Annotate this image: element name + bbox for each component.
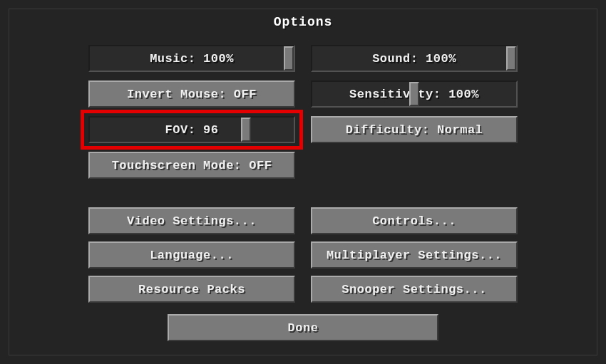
fov-slider[interactable]: FOV: 96 [88, 116, 295, 143]
sound-slider[interactable]: Sound: 100% [311, 45, 518, 72]
music-slider-label: Music: 100% [150, 52, 234, 66]
fov-slider-label: FOV: 96 [165, 123, 219, 137]
touchscreen-label: Touchscreen Mode: OFF [112, 159, 272, 172]
sensitivity-slider-handle[interactable] [409, 82, 419, 106]
invert-mouse-label: Invert Mouse: OFF [127, 88, 257, 101]
language-button[interactable]: Language... [88, 241, 295, 269]
sensitivity-slider[interactable]: Sensitivity: 100% [311, 80, 518, 108]
music-slider-handle[interactable] [284, 46, 294, 71]
video-settings-label: Video Settings... [127, 214, 257, 228]
done-label: Done [288, 321, 319, 335]
page-title: Options [9, 15, 597, 29]
resource-packs-label: Resource Packs [138, 283, 245, 296]
difficulty-label: Difficulty: Normal [346, 123, 483, 137]
sound-slider-label: Sound: 100% [372, 52, 456, 66]
music-slider[interactable]: Music: 100% [88, 45, 295, 72]
settings-buttons-grid: Video Settings... Controls... Language..… [9, 207, 597, 303]
top-options-grid: Music: 100% Sound: 100% Invert Mouse: OF… [9, 45, 597, 179]
done-row: Done [9, 314, 597, 341]
difficulty-toggle[interactable]: Difficulty: Normal [311, 116, 518, 143]
controls-button[interactable]: Controls... [311, 207, 518, 234]
touchscreen-toggle[interactable]: Touchscreen Mode: OFF [88, 152, 295, 179]
snooper-settings-label: Snooper Settings... [341, 283, 486, 296]
language-label: Language... [150, 249, 234, 262]
resource-packs-button[interactable]: Resource Packs [88, 276, 295, 303]
fov-slot: FOV: 96 [88, 116, 295, 143]
sound-slider-handle[interactable] [506, 46, 516, 71]
done-button[interactable]: Done [168, 314, 438, 341]
options-panel: Options Music: 100% Sound: 100% Invert M… [9, 9, 597, 355]
multiplayer-settings-label: Multiplayer Settings... [327, 249, 502, 262]
fov-slider-handle[interactable] [241, 118, 251, 142]
controls-label: Controls... [372, 214, 456, 228]
snooper-settings-button[interactable]: Snooper Settings... [311, 276, 518, 303]
invert-mouse-toggle[interactable]: Invert Mouse: OFF [88, 80, 295, 108]
multiplayer-settings-button[interactable]: Multiplayer Settings... [311, 241, 518, 269]
video-settings-button[interactable]: Video Settings... [88, 207, 295, 234]
